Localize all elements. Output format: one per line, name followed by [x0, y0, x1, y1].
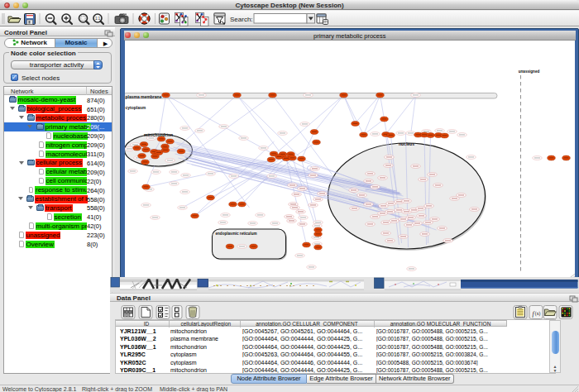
svg-text:nucleus: nucleus — [399, 141, 414, 146]
svg-text:cytoplasm: cytoplasm — [125, 105, 146, 110]
svg-text:1:1: 1:1 — [95, 16, 101, 20]
svg-text:endoplasmic reticulum: endoplasmic reticulum — [215, 232, 256, 236]
svg-text:mitochondrion: mitochondrion — [144, 132, 173, 137]
svg-text:(x): (x) — [535, 311, 541, 317]
svg-text:Search:: Search: — [230, 15, 253, 22]
svg-text:plasma membrane: plasma membrane — [125, 94, 161, 99]
svg-text:unassigned: unassigned — [518, 69, 539, 74]
